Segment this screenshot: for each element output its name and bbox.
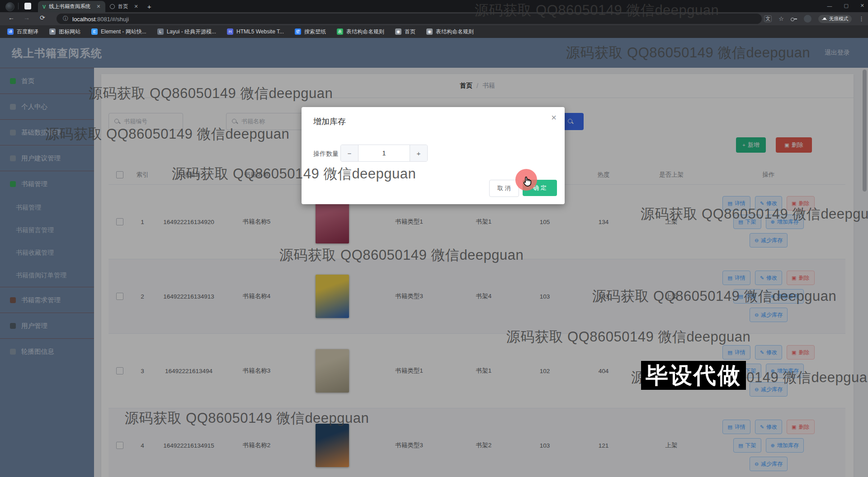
quantity-stepper: − 1 +: [340, 145, 428, 162]
translate-bookmark-icon: 译: [7, 28, 14, 35]
bookmark-label: 百度翻译: [17, 28, 38, 36]
bookmark-item[interactable]: EElement - 网站快...: [91, 28, 146, 36]
pinned-doc-icon[interactable]: [24, 3, 31, 9]
stepper-plus-button[interactable]: +: [410, 145, 427, 161]
html5-icon: H: [227, 28, 233, 35]
tab-title: 线上书籍查阅系统: [49, 3, 90, 10]
watermark-text: 源码获取 QQ86050149 微信deepguan: [45, 125, 289, 144]
password-key-icon[interactable]: [791, 18, 797, 20]
bookmark-label: 表结构命名规则: [436, 28, 474, 36]
bookmark-star-icon[interactable]: ☆: [778, 15, 784, 22]
cancel-button[interactable]: 取 消: [489, 180, 519, 197]
tab-book-system[interactable]: V 线上书籍查阅系统 ✕: [38, 1, 105, 12]
browser-tab-strip: V 线上书籍查阅系统 ✕ 首页 ✕ + — ▢ ✕: [0, 0, 868, 12]
bookmark-item[interactable]: HHTML5 Website T...: [227, 28, 284, 35]
hand-cursor-icon: [521, 175, 533, 187]
incognito-badge: 无痕模式: [818, 15, 852, 23]
globe-icon: ◉: [395, 28, 401, 35]
vue-favicon: V: [42, 4, 46, 9]
bookmark-item[interactable]: 壁搜索壁纸: [295, 28, 326, 36]
tab-title: 首页: [118, 3, 128, 10]
watermark-text: 源码获取 QQ86050149 微信deepguan: [592, 287, 836, 306]
translate-icon[interactable]: 文: [764, 15, 772, 22]
bookmark-item[interactable]: ◉首页: [395, 28, 415, 36]
quantity-label: 操作数量: [313, 150, 339, 158]
window-maximize-button[interactable]: ▢: [844, 3, 848, 9]
flag-icon: ⚑: [49, 28, 56, 35]
watermark-text: 源码获取 QQ86050149 微信deepguan: [172, 164, 416, 183]
globe-icon: ◉: [426, 28, 433, 35]
watermark-text: 源码获取 QQ86050149 微信deepguan: [566, 43, 810, 62]
globe-favicon: [110, 4, 115, 9]
bookmark-label: Element - 网站快...: [101, 28, 146, 36]
bookmark-label: HTML5 Website T...: [236, 28, 284, 35]
bookmark-item[interactable]: 表表结构命名规则: [337, 28, 384, 36]
bookmark-label: 首页: [405, 28, 415, 36]
watermark-text: 源码获取 QQ86050149 微信deepguan: [475, 1, 719, 20]
tab-close-icon[interactable]: ✕: [134, 4, 138, 9]
dialog-close-icon[interactable]: ×: [551, 112, 557, 123]
stepper-minus-button[interactable]: −: [341, 145, 359, 161]
browser-address-bar: ← → ⟳ ⓘ localhost:8081/#/shuji 文 ☆ 无痕模式 …: [0, 12, 868, 25]
profile-avatar[interactable]: [804, 15, 811, 23]
browser-menu-icon[interactable]: ⋮: [859, 15, 864, 22]
divider: [18, 3, 19, 9]
big-watermark: 毕设代做: [641, 361, 746, 390]
bookmark-item[interactable]: ⚑图标网站: [49, 28, 80, 36]
forward-icon[interactable]: →: [24, 14, 30, 21]
incognito-hat-icon: [822, 18, 827, 20]
bookmark-item[interactable]: ◉表结构命名规则: [426, 28, 474, 36]
bookmark-item[interactable]: LLayui - 经典开源模...: [157, 28, 216, 36]
window-minimize-button[interactable]: —: [827, 3, 832, 9]
url-path: :8081/#/shuji: [95, 16, 129, 23]
reload-icon[interactable]: ⟳: [40, 14, 45, 21]
tab-home[interactable]: 首页 ✕: [105, 1, 143, 12]
bookmark-label: 表结构命名规则: [346, 28, 384, 36]
dialog-title: 增加库存: [313, 116, 346, 127]
stepper-value[interactable]: 1: [359, 145, 410, 161]
watermark-text: 源码获取 QQ86050149 微信deepguan: [279, 246, 524, 265]
tab-close-icon[interactable]: ✕: [96, 4, 100, 9]
watermark-text: 源码获取 QQ86050149 微信deepguan: [125, 409, 369, 428]
bookmark-label: 图标网站: [59, 28, 80, 36]
new-tab-button[interactable]: +: [143, 1, 156, 12]
back-icon[interactable]: ←: [8, 14, 14, 21]
site-info-icon[interactable]: ⓘ: [63, 15, 68, 23]
doc-green-icon: 表: [337, 28, 343, 35]
window-close-button[interactable]: ✕: [860, 3, 864, 9]
browser-logo-icon: [5, 2, 14, 11]
bookmarks-bar: 译百度翻译⚑图标网站EElement - 网站快...LLayui - 经典开源…: [0, 25, 868, 38]
layui-icon: L: [157, 28, 164, 35]
element-icon: E: [91, 28, 98, 35]
watermark-text: 源码获取 QQ86050149 微信deepguan: [89, 84, 333, 103]
bookmark-item[interactable]: 译百度翻译: [7, 28, 38, 36]
bookmark-label: Layui - 经典开源模...: [167, 28, 216, 36]
wallpaper-icon: 壁: [295, 28, 301, 35]
watermark-text: 源码获取 QQ86050149 微信deepguan: [506, 327, 750, 346]
url-host: localhost: [72, 16, 95, 23]
watermark-text: 源码获取 QQ86050149 微信deepguan: [641, 205, 868, 224]
bookmark-label: 搜索壁纸: [304, 28, 326, 36]
